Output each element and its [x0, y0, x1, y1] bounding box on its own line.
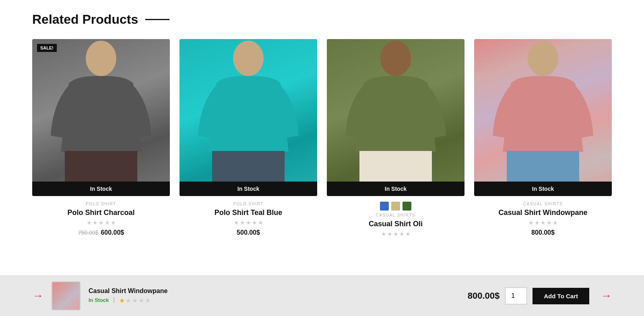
product-category-casual-olive: CASUAL SHIRTS [328, 213, 463, 217]
product-info-casual-windowpane: CASUAL SHIRTSCasual Shirt Windowpane★★★★… [474, 196, 612, 236]
sticky-thumbnail [52, 281, 80, 310]
star-polo-charcoal-3: ★ [105, 219, 110, 226]
sticky-star-2: ★ [126, 297, 131, 304]
star-polo-teal-4: ★ [258, 219, 263, 226]
product-card-polo-teal[interactable]: In StockPOLO SHIRTPolo Shirt Teal Blue★★… [180, 39, 317, 240]
product-category-casual-windowpane: CASUAL SHIRTS [476, 202, 610, 206]
star-polo-charcoal-4: ★ [111, 219, 116, 226]
add-to-cart-button[interactable]: Add To Cart [533, 288, 589, 304]
star-casual-olive-1: ★ [387, 231, 392, 237]
star-casual-olive-3: ★ [399, 231, 405, 237]
color-swatch-2[interactable] [402, 202, 411, 211]
sticky-star-5: ★ [145, 297, 151, 304]
arrow-right-icon: → [601, 289, 612, 302]
sticky-bar: → Casual Shirt Windowpane In Stock | ★★★… [0, 275, 644, 316]
product-card-casual-windowpane[interactable]: In StockCASUAL SHIRTSCasual Shirt Window… [474, 39, 612, 240]
color-swatch-0[interactable] [380, 202, 389, 211]
product-image-polo-teal: In Stock [180, 39, 317, 196]
stars-row-polo-charcoal: ★★★★★ [34, 219, 168, 226]
sticky-divider: | [113, 296, 115, 303]
product-info-polo-teal: POLO SHIRTPolo Shirt Teal Blue★★★★★500.0… [180, 196, 317, 236]
star-polo-teal-3: ★ [252, 219, 257, 226]
product-category-polo-teal: POLO SHIRT [181, 202, 316, 206]
star-polo-charcoal-1: ★ [93, 219, 98, 226]
star-casual-windowpane-3: ★ [547, 219, 552, 226]
title-line [145, 19, 169, 20]
sticky-product-name: Casual Shirt Windowpane [89, 287, 460, 295]
color-swatches-casual-olive [328, 202, 463, 211]
product-image-polo-charcoal: SALE!In Stock [32, 39, 170, 196]
svg-point-2 [233, 41, 264, 76]
product-name-casual-olive[interactable]: Casual Shirt Oli [328, 220, 463, 228]
product-name-polo-charcoal[interactable]: Polo Shirt Charcoal [34, 209, 168, 217]
sticky-star-4: ★ [138, 297, 144, 304]
star-casual-windowpane-1: ★ [535, 219, 540, 226]
product-name-polo-teal[interactable]: Polo Shirt Teal Blue [181, 209, 316, 217]
price-wrapper-polo-teal: 500.00$ [181, 229, 316, 236]
sticky-status-row: In Stock | ★★★★★ [89, 296, 460, 304]
star-casual-olive-2: ★ [393, 231, 398, 237]
star-casual-olive-4: ★ [405, 231, 411, 237]
svg-point-4 [380, 41, 411, 76]
main-content: Related Products SALE!In StockPOLO SHIRT… [0, 0, 644, 275]
price-original-polo-charcoal: 750.00$ [78, 229, 99, 236]
svg-point-6 [528, 41, 558, 76]
in-stock-banner-casual-olive: In Stock [327, 182, 464, 196]
sticky-right: 800.00$ Add To Cart [468, 287, 589, 304]
sticky-star-3: ★ [132, 297, 138, 304]
star-casual-windowpane-2: ★ [541, 219, 546, 226]
product-name-casual-windowpane[interactable]: Casual Shirt Windowpane [476, 209, 610, 217]
star-polo-teal-1: ★ [240, 219, 245, 226]
star-polo-teal-0: ★ [234, 219, 239, 226]
in-stock-banner-casual-windowpane: In Stock [474, 182, 612, 196]
sticky-status: In Stock [89, 297, 109, 303]
stars-row-polo-teal: ★★★★★ [181, 219, 316, 226]
product-card-polo-charcoal[interactable]: SALE!In StockPOLO SHIRTPolo Shirt Charco… [32, 39, 170, 240]
product-info-polo-charcoal: POLO SHIRTPolo Shirt Charcoal★★★★★750.00… [32, 196, 170, 236]
stars-row-casual-olive: ★★★★★ [328, 231, 463, 237]
sticky-product-info: Casual Shirt Windowpane In Stock | ★★★★★ [89, 287, 460, 304]
price-sale-polo-teal: 500.00$ [237, 229, 260, 236]
sticky-price: 800.00$ [468, 291, 500, 301]
in-stock-banner-polo-teal: In Stock [180, 182, 317, 196]
stars-row-casual-windowpane: ★★★★★ [476, 219, 610, 226]
arrow-left-icon: → [32, 289, 43, 302]
quantity-input[interactable] [505, 287, 527, 304]
star-casual-windowpane-0: ★ [528, 219, 534, 226]
svg-point-0 [86, 41, 116, 76]
sale-badge-polo-charcoal: SALE! [37, 44, 57, 52]
price-sale-polo-charcoal: 600.00$ [101, 229, 124, 236]
star-polo-charcoal-2: ★ [99, 219, 104, 226]
product-image-casual-windowpane: In Stock [474, 39, 612, 196]
price-sale-casual-windowpane: 800.00$ [531, 229, 555, 236]
color-swatch-1[interactable] [391, 202, 400, 211]
price-wrapper-casual-windowpane: 800.00$ [476, 229, 610, 236]
product-card-casual-olive[interactable]: In StockCASUAL SHIRTSCasual Shirt Oli★★★… [327, 39, 464, 240]
product-info-casual-olive: CASUAL SHIRTSCasual Shirt Oli★★★★★ [327, 196, 464, 240]
price-wrapper-polo-charcoal: 750.00$600.00$ [34, 229, 168, 236]
product-image-casual-olive: In Stock [327, 39, 464, 196]
in-stock-banner-polo-charcoal: In Stock [32, 182, 170, 196]
section-title: Related Products [32, 12, 612, 27]
sticky-star-1: ★ [119, 297, 125, 304]
section-heading: Related Products [32, 12, 138, 27]
products-grid: SALE!In StockPOLO SHIRTPolo Shirt Charco… [32, 39, 612, 240]
product-category-polo-charcoal: POLO SHIRT [34, 202, 168, 206]
star-polo-teal-2: ★ [246, 219, 251, 226]
star-casual-windowpane-4: ★ [553, 219, 558, 226]
star-polo-charcoal-0: ★ [87, 219, 92, 226]
star-casual-olive-0: ★ [381, 231, 386, 237]
sticky-stars: ★★★★★ [119, 297, 151, 304]
